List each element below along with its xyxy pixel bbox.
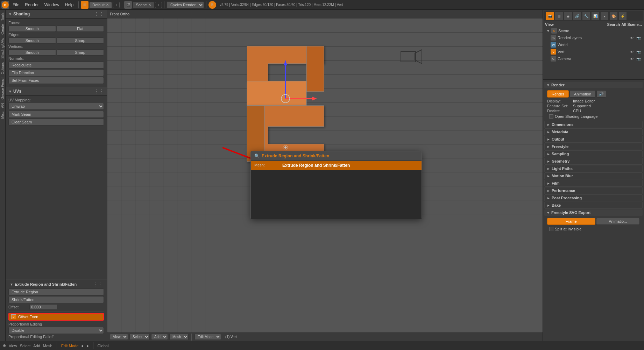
smooth-faces-button[interactable]: Smooth bbox=[8, 26, 56, 32]
render-section-header[interactable]: ▼ Render bbox=[544, 82, 643, 88]
freestyle-svg-header[interactable]: ▼ Freestyle SVG Export bbox=[544, 209, 643, 216]
statusbar-icon[interactable]: ⊕ bbox=[3, 343, 6, 348]
sound-button[interactable]: 🔊 bbox=[596, 90, 606, 98]
statusbar-dot1[interactable]: ● bbox=[81, 344, 84, 348]
uvs-dots-icon[interactable]: ⋮⋮ bbox=[94, 88, 104, 94]
animation-button[interactable]: Animation bbox=[569, 90, 596, 98]
proportional-falloff-row: Proportional Editing Falloff bbox=[8, 335, 104, 339]
offset-even-checkbox[interactable]: ✓ bbox=[11, 314, 16, 319]
render-button[interactable]: Render bbox=[547, 90, 569, 98]
bake-section[interactable]: ► Bake bbox=[544, 202, 643, 209]
tab-default-close[interactable]: ✕ bbox=[106, 3, 109, 7]
tab-tools[interactable]: Tools bbox=[0, 11, 5, 22]
split-invisible-checkbox[interactable] bbox=[549, 227, 553, 231]
render-engine-select[interactable]: Cycles Render bbox=[167, 1, 204, 8]
tab-misc[interactable]: Misc bbox=[0, 110, 5, 120]
render-layers-eye-icon: 👁 bbox=[630, 36, 634, 40]
extrude-arrow-icon: ▼ bbox=[10, 283, 13, 286]
clear-seam-button[interactable]: Clear Seam bbox=[8, 119, 104, 126]
dimensions-section[interactable]: ► Dimensions bbox=[544, 121, 643, 128]
normals-row: Normals: bbox=[8, 56, 104, 60]
output-section[interactable]: ► Output bbox=[544, 136, 643, 143]
open-shading-checkbox[interactable] bbox=[549, 114, 553, 119]
render-menu[interactable]: Render bbox=[22, 1, 41, 8]
statusbar-dot2[interactable]: ● bbox=[86, 344, 89, 348]
prop-tab-texture[interactable]: 🎨 bbox=[609, 12, 618, 20]
statusbar-view[interactable]: View bbox=[9, 344, 17, 348]
flip-direction-button[interactable]: Flip Direction bbox=[8, 69, 104, 76]
metadata-section[interactable]: ► Metadata bbox=[544, 128, 643, 135]
display-row: Display: Image Editor bbox=[547, 99, 640, 103]
statusbar-mesh[interactable]: Mesh bbox=[43, 344, 52, 348]
sampling-section[interactable]: ► Sampling bbox=[544, 150, 643, 157]
extrude-panel-header[interactable]: ▼ Extrude Region and Shrink/Fatten ⋮⋮ bbox=[8, 281, 104, 288]
file-menu[interactable]: File bbox=[10, 1, 22, 8]
prop-tab-screen[interactable]: ⊞ bbox=[555, 12, 563, 20]
prop-tab-particles[interactable]: ⚡ bbox=[618, 12, 627, 20]
viewport-canvas[interactable]: 🔍 Extrude Region and Shrink/Fatten Mesh:… bbox=[107, 18, 543, 341]
performance-section[interactable]: ► Performance bbox=[544, 187, 643, 194]
prop-tab-constraint[interactable]: 🔗 bbox=[573, 12, 581, 20]
freestyle-anim-button[interactable]: Animatio... bbox=[596, 218, 640, 225]
post-processing-section[interactable]: ► Post Processing bbox=[544, 194, 643, 201]
tab-default[interactable]: Default ✕ bbox=[89, 2, 112, 8]
scene-tree-scene[interactable]: ▼ S Scene bbox=[545, 27, 642, 34]
shading-panel-header[interactable]: ▼ Shading ⋮⋮ bbox=[6, 10, 107, 19]
scene-tree-world[interactable]: W World bbox=[545, 41, 642, 48]
mode-select[interactable]: Edit Mode bbox=[194, 334, 221, 340]
shading-dots-icon[interactable]: ⋮⋮ bbox=[94, 11, 104, 17]
proportional-disable-dropdown[interactable]: Disable bbox=[8, 327, 104, 334]
shrink-fatten-button[interactable]: Shrink/Fatten bbox=[8, 296, 104, 303]
extrude-region-button[interactable]: Extrude Region bbox=[8, 288, 104, 295]
tab-options[interactable]: Options bbox=[0, 61, 5, 76]
prop-tab-data[interactable]: 📊 bbox=[591, 12, 600, 20]
tab-an[interactable]: AN bbox=[0, 102, 5, 109]
select-select[interactable]: Select bbox=[129, 334, 150, 340]
blender-icon[interactable]: B bbox=[1, 1, 9, 9]
geometry-section[interactable]: ► Geometry bbox=[544, 158, 643, 165]
offset-input[interactable] bbox=[29, 304, 57, 310]
unwrap-dropdown[interactable]: Unwrap bbox=[8, 103, 104, 110]
mark-seam-button[interactable]: Mark Seam bbox=[8, 111, 104, 118]
motion-blur-section[interactable]: ► Motion Blur bbox=[544, 172, 643, 179]
window-menu[interactable]: Window bbox=[42, 1, 62, 8]
smooth-edges-button[interactable]: Smooth bbox=[8, 37, 56, 44]
light-paths-section[interactable]: ► Light Paths bbox=[544, 165, 643, 172]
scene-icon[interactable]: 🎬 bbox=[124, 1, 132, 9]
extrude-dots-icon[interactable]: ⋮⋮ bbox=[93, 281, 102, 287]
statusbar-mode[interactable]: Edit Mode bbox=[61, 344, 79, 348]
uvs-panel-header[interactable]: ▼ UVs ⋮⋮ bbox=[6, 87, 107, 96]
recalculate-button[interactable]: Recalculate bbox=[8, 62, 104, 69]
tab-scene-close[interactable]: ✕ bbox=[148, 3, 151, 7]
statusbar-select[interactable]: Select bbox=[20, 344, 31, 348]
help-menu[interactable]: Help bbox=[62, 1, 76, 8]
scene-tree-render-layers[interactable]: RL RenderLayers 👁 📷 bbox=[545, 34, 642, 41]
statusbar-pivot[interactable]: Global bbox=[98, 344, 109, 348]
scene-tree-vert[interactable]: V Vert 👁 📷 bbox=[545, 48, 642, 55]
right-sidebar: 📷 ⊞ ◆ 🔗 🔧 📊 ● 🎨 ⚡ View Search All Scene.… bbox=[543, 10, 644, 341]
sharp-edges-button[interactable]: Sharp bbox=[57, 37, 104, 44]
prop-tab-camera[interactable]: 📷 bbox=[546, 12, 554, 20]
sharp-vertices-button[interactable]: Sharp bbox=[57, 49, 104, 56]
prop-tab-material[interactable]: ● bbox=[600, 12, 609, 20]
tab-scene-add[interactable]: + bbox=[155, 2, 162, 8]
tab-grease-pencil[interactable]: Grease Pencil bbox=[0, 76, 5, 101]
prop-tab-object[interactable]: ◆ bbox=[564, 12, 572, 20]
view-select[interactable]: View bbox=[110, 334, 128, 340]
set-from-faces-button[interactable]: Set From Faces bbox=[8, 77, 104, 84]
statusbar-add[interactable]: Add bbox=[33, 344, 40, 348]
prop-tab-modifier[interactable]: 🔧 bbox=[582, 12, 590, 20]
film-section[interactable]: ► Film bbox=[544, 180, 643, 187]
flat-faces-button[interactable]: Flat bbox=[57, 26, 104, 32]
mesh-select[interactable]: Mesh bbox=[169, 334, 189, 340]
tab-relations[interactable]: Shading/UVs bbox=[0, 37, 5, 60]
tab-scene[interactable]: Scene ✕ bbox=[133, 2, 154, 8]
freestyle-section[interactable]: ► Freestyle bbox=[544, 143, 643, 150]
tab-add-button[interactable]: + bbox=[113, 2, 120, 8]
scene-tree-camera[interactable]: C Camera 👁 📷 bbox=[545, 55, 642, 62]
smooth-vertices-button[interactable]: Smooth bbox=[8, 49, 56, 56]
screen-layout-icon[interactable]: ⊞ bbox=[81, 1, 89, 9]
add-select[interactable]: Add bbox=[151, 334, 168, 340]
frame-button[interactable]: Frame bbox=[547, 218, 595, 225]
tab-create[interactable]: Create bbox=[0, 23, 5, 36]
